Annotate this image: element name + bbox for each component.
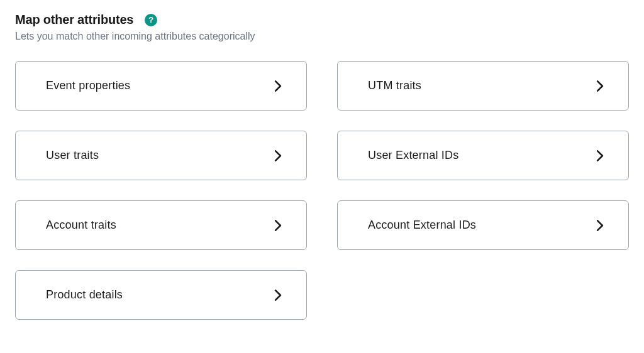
card-label: Account traits xyxy=(46,219,116,232)
chevron-right-icon xyxy=(272,290,284,301)
chevron-right-icon xyxy=(594,150,606,161)
card-label: User External IDs xyxy=(368,149,458,162)
card-account-traits[interactable]: Account traits xyxy=(15,200,307,250)
chevron-right-icon xyxy=(594,80,606,92)
chevron-right-icon xyxy=(272,220,284,231)
attribute-card-grid: Event properties UTM traits User traits … xyxy=(15,61,629,320)
card-label: Event properties xyxy=(46,79,130,92)
card-utm-traits[interactable]: UTM traits xyxy=(337,61,629,111)
card-product-details[interactable]: Product details xyxy=(15,270,307,320)
chevron-right-icon xyxy=(594,220,606,231)
card-label: Product details xyxy=(46,288,123,301)
section-title: Map other attributes xyxy=(15,13,133,27)
chevron-right-icon xyxy=(272,80,284,92)
help-icon-glyph: ? xyxy=(148,15,153,24)
help-icon[interactable]: ? xyxy=(145,14,157,26)
card-account-external-ids[interactable]: Account External IDs xyxy=(337,200,629,250)
section-subtitle: Lets you match other incoming attributes… xyxy=(15,31,629,42)
chevron-right-icon xyxy=(272,150,284,161)
card-user-external-ids[interactable]: User External IDs xyxy=(337,131,629,180)
card-label: Account External IDs xyxy=(368,219,476,232)
card-label: UTM traits xyxy=(368,79,421,92)
card-user-traits[interactable]: User traits xyxy=(15,131,307,180)
section-header: Map other attributes ? xyxy=(15,13,629,27)
card-event-properties[interactable]: Event properties xyxy=(15,61,307,111)
card-label: User traits xyxy=(46,149,99,162)
